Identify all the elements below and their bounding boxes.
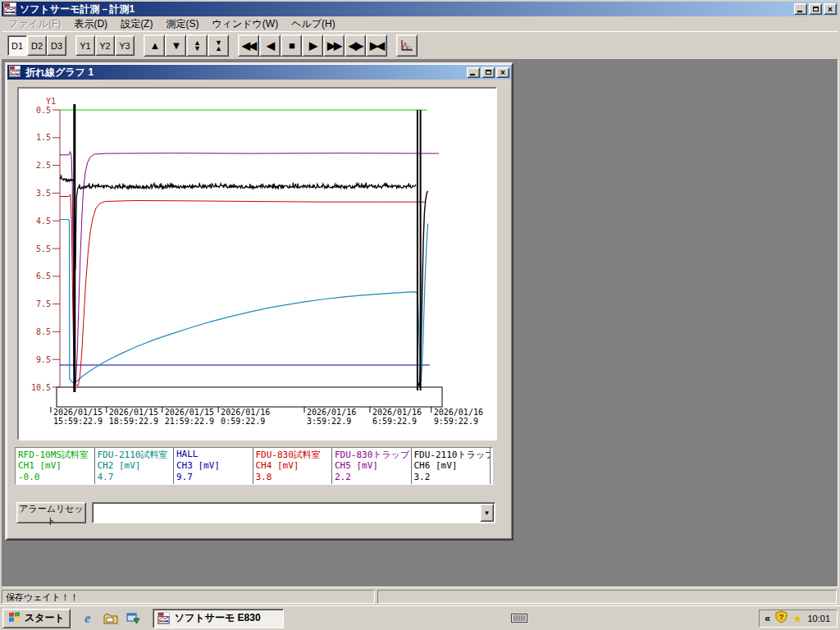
graph-window: 折れ線グラフ 1 × 0.51.52.53.54.55.56.57.58.59.…	[5, 62, 514, 541]
quick-launch-bar: e	[80, 611, 141, 626]
toolbar-group-0: D1D2D3	[7, 35, 66, 56]
svg-text:10.5: 10.5	[31, 383, 51, 392]
legend-ch2-name: FDU-2110試料室	[98, 449, 174, 460]
svg-text:2026/01/15: 2026/01/15	[53, 408, 103, 417]
toolbar: D1D2D3Y1Y2Y3▲▼▲▼▼▲◀◀◀■▶▶▶◀▶▶◀	[2, 31, 838, 59]
task-app-label: ソフトサーモ E830	[175, 611, 261, 625]
toolbar-stop-icon[interactable]: ■	[281, 34, 302, 57]
windows-logo-icon	[8, 611, 21, 626]
graph-window-icon	[9, 66, 22, 79]
alarm-combo-value	[93, 503, 479, 523]
outlook-express-icon[interactable]	[126, 611, 141, 626]
start-button[interactable]: スタート	[2, 609, 71, 628]
tray-clock: 10:01	[807, 614, 830, 623]
legend-ch4-name: FDU-830試料室	[256, 449, 332, 460]
legend-ch6-val: 3.2	[414, 472, 491, 483]
status-message-panel: 保存ウェイト！！	[2, 590, 375, 604]
taskbar: スタート e ソフトサーモ E830 « ? ★ 10:01	[0, 605, 840, 630]
menu-item-4[interactable]: ウィンドウ(W)	[205, 16, 285, 32]
task-app-icon	[158, 612, 171, 625]
toolbar-step-forward-icon[interactable]: ▶	[302, 34, 323, 57]
graph-window-title: 折れ線グラフ 1	[25, 66, 467, 80]
toolbar-d2-button[interactable]: D2	[27, 35, 47, 56]
toolbar-scroll-up-icon[interactable]: ▲	[144, 34, 165, 57]
legend-ch6-ch: CH6 [mV]	[414, 460, 491, 472]
legend-ch1: RFD-10MS試料室CH1 [mV]-0.0	[16, 448, 95, 484]
graph-close-button[interactable]: ×	[496, 67, 509, 78]
svg-text:0:59:22.9: 0:59:22.9	[221, 417, 265, 426]
restore-button[interactable]	[809, 3, 822, 15]
menu-item-2[interactable]: 設定(Z)	[114, 16, 159, 32]
toolbar-compress-vertical-icon[interactable]: ▼▲	[208, 34, 229, 57]
legend-ch3-name: HALL	[176, 449, 253, 460]
toolbar-fast-rewind-icon[interactable]: ◀◀	[238, 34, 259, 57]
alarm-reset-button[interactable]: アラームリセット	[16, 502, 86, 523]
menu-item-0[interactable]: ファイル(F)	[2, 16, 67, 32]
close-button[interactable]: ×	[824, 3, 837, 15]
graph-minimize-button[interactable]	[467, 67, 480, 78]
tray-chevron-icon[interactable]: «	[765, 613, 770, 624]
keyboard-icon[interactable]	[511, 611, 527, 626]
menu-item-3[interactable]: 測定(S)	[159, 16, 205, 32]
toolbar-expand-vertical-icon[interactable]: ▲▼	[186, 34, 208, 57]
toolbar-y2-button[interactable]: Y2	[95, 35, 115, 56]
security-shield-icon[interactable]: ?	[775, 610, 788, 627]
svg-text:2026/01/15: 2026/01/15	[165, 408, 214, 417]
toolbar-chart-icon[interactable]	[396, 34, 418, 57]
svg-text:4.5: 4.5	[36, 217, 51, 226]
menu-item-1[interactable]: 表示(D)	[67, 16, 114, 32]
toolbar-d1-button[interactable]: D1	[7, 35, 27, 56]
toolbar-y1-button[interactable]: Y1	[75, 35, 95, 56]
show-desktop-icon[interactable]	[103, 611, 118, 626]
toolbar-compress-horizontal-icon[interactable]: ▶◀	[366, 34, 387, 57]
toolbar-group-1: Y1Y2Y3	[75, 35, 135, 56]
legend-ch1-val: -0.0	[18, 472, 94, 483]
alarm-combobox[interactable]: ▼	[92, 502, 495, 523]
legend-ch5-name: FDU-830トラップ	[335, 449, 411, 460]
toolbar-group-4	[396, 34, 418, 57]
svg-text:9:59:22.9: 9:59:22.9	[434, 417, 478, 426]
mdi-workspace: 折れ線グラフ 1 × 0.51.52.53.54.55.56.57.58.59.…	[2, 59, 838, 587]
taskbar-app-button[interactable]: ソフトサーモ E830	[153, 609, 284, 628]
minimize-button[interactable]	[794, 3, 807, 15]
legend-ch3-val: 9.7	[176, 472, 253, 483]
svg-text:3:59:22.9: 3:59:22.9	[307, 417, 351, 426]
toolbar-scroll-down-icon[interactable]: ▼	[165, 34, 186, 57]
menu-item-5[interactable]: ヘルプ(H)	[285, 16, 342, 32]
toolbar-expand-horizontal-icon[interactable]: ◀▶	[345, 34, 366, 57]
internet-explorer-icon[interactable]: e	[80, 611, 95, 626]
svg-text:18:59:22.9: 18:59:22.9	[109, 417, 158, 426]
svg-text:2026/01/15: 2026/01/15	[109, 408, 158, 417]
svg-text:5.5: 5.5	[36, 244, 51, 253]
status-secondary-panel	[377, 590, 837, 604]
svg-text:Y1: Y1	[46, 97, 56, 106]
legend-ch4: FDU-830試料室CH4 [mV]3.8	[253, 448, 333, 484]
channel-legend: RFD-10MS試料室CH1 [mV]-0.0FDU-2110試料室CH2 [m…	[15, 447, 493, 485]
svg-text:2026/01/16: 2026/01/16	[221, 408, 270, 417]
line-chart: 0.51.52.53.54.55.56.57.58.59.510.5Y12026…	[19, 89, 495, 439]
star-tray-icon[interactable]: ★	[792, 613, 803, 624]
svg-text:3.5: 3.5	[36, 189, 51, 198]
window-title: ソフトサーモ計測－計測1	[20, 2, 794, 16]
legend-ch4-ch: CH4 [mV]	[256, 460, 332, 472]
svg-text:7.5: 7.5	[36, 299, 51, 308]
status-message: 保存ウェイト！！	[6, 592, 79, 602]
svg-text:21:59:22.9: 21:59:22.9	[165, 417, 214, 426]
toolbar-step-back-icon[interactable]: ◀	[259, 34, 281, 57]
graph-window-titlebar: 折れ線グラフ 1 ×	[7, 65, 511, 80]
svg-text:15:59:22.9: 15:59:22.9	[53, 417, 103, 426]
main-titlebar: ソフトサーモ計測－計測1 ×	[2, 2, 838, 16]
menu-bar: ファイル(F)表示(D)設定(Z)測定(S)ウィンドウ(W)ヘルプ(H)	[2, 16, 838, 31]
svg-text:2026/01/16: 2026/01/16	[307, 408, 356, 417]
toolbar-d3-button[interactable]: D3	[47, 35, 66, 56]
legend-ch1-name: RFD-10MS試料室	[18, 449, 94, 460]
graph-maximize-button[interactable]	[482, 67, 495, 78]
app-icon	[3, 2, 16, 16]
toolbar-fast-forward-icon[interactable]: ▶▶	[323, 34, 345, 57]
svg-text:8.5: 8.5	[36, 327, 51, 336]
combo-dropdown-arrow-icon[interactable]: ▼	[480, 504, 494, 522]
legend-ch2-ch: CH2 [mV]	[98, 460, 174, 472]
svg-text:2.5: 2.5	[36, 161, 51, 170]
toolbar-y3-button[interactable]: Y3	[115, 35, 135, 56]
svg-text:9.5: 9.5	[36, 355, 51, 364]
